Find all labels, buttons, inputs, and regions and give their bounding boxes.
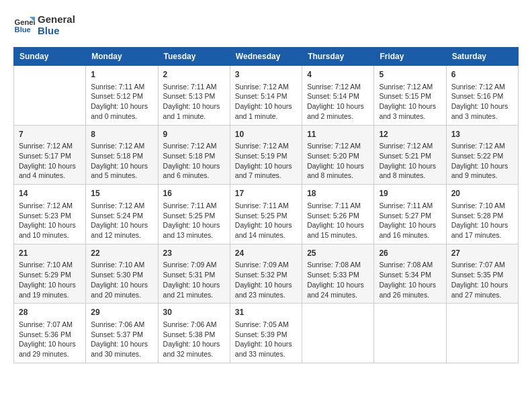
day-number: 3 (235, 69, 297, 81)
calendar-cell: 26Sunrise: 7:08 AM Sunset: 5:34 PM Dayli… (374, 244, 446, 304)
calendar-cell: 9Sunrise: 7:12 AM Sunset: 5:18 PM Daylig… (158, 125, 230, 185)
calendar-cell: 27Sunrise: 7:07 AM Sunset: 5:35 PM Dayli… (446, 244, 518, 304)
logo-line2: Blue (38, 25, 75, 36)
calendar-cell (446, 304, 518, 363)
day-info: Sunrise: 7:12 AM Sunset: 5:17 PM Dayligh… (19, 141, 81, 181)
week-row-4: 21Sunrise: 7:10 AM Sunset: 5:29 PM Dayli… (14, 244, 519, 304)
calendar-cell: 22Sunrise: 7:10 AM Sunset: 5:30 PM Dayli… (86, 244, 158, 304)
day-info: Sunrise: 7:08 AM Sunset: 5:34 PM Dayligh… (379, 260, 441, 300)
column-header-saturday: Saturday (446, 48, 518, 66)
week-row-3: 14Sunrise: 7:12 AM Sunset: 5:23 PM Dayli… (14, 185, 519, 244)
calendar-cell: 11Sunrise: 7:12 AM Sunset: 5:20 PM Dayli… (302, 125, 374, 185)
calendar-cell: 3Sunrise: 7:12 AM Sunset: 5:14 PM Daylig… (230, 66, 302, 126)
day-info: Sunrise: 7:12 AM Sunset: 5:14 PM Dayligh… (235, 82, 297, 122)
calendar-cell: 28Sunrise: 7:07 AM Sunset: 5:36 PM Dayli… (14, 304, 86, 363)
day-info: Sunrise: 7:12 AM Sunset: 5:23 PM Dayligh… (19, 201, 81, 240)
calendar-cell: 14Sunrise: 7:12 AM Sunset: 5:23 PM Dayli… (14, 185, 86, 244)
calendar-cell: 23Sunrise: 7:09 AM Sunset: 5:31 PM Dayli… (158, 244, 230, 304)
page-header: General Blue General Blue (13, 13, 519, 36)
day-number: 24 (235, 248, 297, 259)
calendar-cell: 31Sunrise: 7:05 AM Sunset: 5:39 PM Dayli… (230, 304, 302, 363)
calendar-cell: 7Sunrise: 7:12 AM Sunset: 5:17 PM Daylig… (14, 125, 86, 185)
calendar-cell: 8Sunrise: 7:12 AM Sunset: 5:18 PM Daylig… (86, 125, 158, 185)
day-number: 2 (163, 69, 225, 81)
day-number: 28 (19, 307, 81, 318)
calendar-cell: 24Sunrise: 7:09 AM Sunset: 5:32 PM Dayli… (230, 244, 302, 304)
day-info: Sunrise: 7:11 AM Sunset: 5:25 PM Dayligh… (235, 201, 297, 240)
calendar-cell: 18Sunrise: 7:11 AM Sunset: 5:26 PM Dayli… (302, 185, 374, 244)
day-info: Sunrise: 7:09 AM Sunset: 5:31 PM Dayligh… (163, 260, 225, 300)
day-number: 29 (91, 307, 152, 318)
day-number: 9 (163, 129, 225, 140)
day-number: 11 (307, 129, 369, 140)
day-number: 21 (19, 248, 81, 259)
calendar-cell: 16Sunrise: 7:11 AM Sunset: 5:25 PM Dayli… (158, 185, 230, 244)
column-header-wednesday: Wednesday (230, 48, 302, 66)
calendar-cell: 2Sunrise: 7:11 AM Sunset: 5:13 PM Daylig… (158, 66, 230, 126)
day-number: 12 (379, 129, 441, 140)
calendar-header-row: SundayMondayTuesdayWednesdayThursdayFrid… (14, 48, 519, 66)
day-info: Sunrise: 7:12 AM Sunset: 5:24 PM Dayligh… (91, 201, 152, 240)
day-number: 30 (163, 307, 225, 318)
day-number: 13 (451, 129, 513, 140)
column-header-tuesday: Tuesday (158, 48, 230, 66)
day-info: Sunrise: 7:10 AM Sunset: 5:28 PM Dayligh… (451, 201, 513, 240)
day-info: Sunrise: 7:12 AM Sunset: 5:14 PM Dayligh… (307, 82, 369, 122)
week-row-5: 28Sunrise: 7:07 AM Sunset: 5:36 PM Dayli… (14, 304, 519, 363)
day-number: 31 (235, 307, 297, 318)
calendar-cell: 12Sunrise: 7:12 AM Sunset: 5:21 PM Dayli… (374, 125, 446, 185)
day-info: Sunrise: 7:12 AM Sunset: 5:16 PM Dayligh… (451, 82, 513, 122)
day-number: 10 (235, 129, 297, 140)
calendar-cell: 30Sunrise: 7:06 AM Sunset: 5:38 PM Dayli… (158, 304, 230, 363)
day-info: Sunrise: 7:05 AM Sunset: 5:39 PM Dayligh… (235, 320, 297, 359)
day-info: Sunrise: 7:10 AM Sunset: 5:30 PM Dayligh… (91, 260, 152, 300)
calendar-table: SundayMondayTuesdayWednesdayThursdayFrid… (13, 47, 519, 363)
calendar-cell (302, 304, 374, 363)
svg-text:General: General (15, 18, 35, 26)
day-number: 4 (307, 69, 369, 81)
day-number: 16 (163, 188, 225, 199)
svg-text:Blue: Blue (15, 26, 31, 34)
calendar-cell: 15Sunrise: 7:12 AM Sunset: 5:24 PM Dayli… (86, 185, 158, 244)
calendar-cell (14, 66, 86, 126)
day-number: 5 (379, 69, 441, 81)
day-number: 17 (235, 188, 297, 199)
logo: General Blue General Blue (13, 13, 75, 36)
day-info: Sunrise: 7:08 AM Sunset: 5:33 PM Dayligh… (307, 260, 369, 300)
day-number: 26 (379, 248, 441, 259)
day-number: 18 (307, 188, 369, 199)
day-info: Sunrise: 7:12 AM Sunset: 5:19 PM Dayligh… (235, 141, 297, 181)
day-number: 1 (91, 69, 152, 81)
day-info: Sunrise: 7:12 AM Sunset: 5:21 PM Dayligh… (379, 141, 441, 181)
day-number: 23 (163, 248, 225, 259)
calendar-cell: 21Sunrise: 7:10 AM Sunset: 5:29 PM Dayli… (14, 244, 86, 304)
day-info: Sunrise: 7:12 AM Sunset: 5:15 PM Dayligh… (379, 82, 441, 122)
day-number: 7 (19, 129, 81, 140)
calendar-cell: 20Sunrise: 7:10 AM Sunset: 5:28 PM Dayli… (446, 185, 518, 244)
logo-icon: General Blue (13, 14, 35, 36)
day-info: Sunrise: 7:06 AM Sunset: 5:38 PM Dayligh… (163, 320, 225, 359)
calendar-cell: 5Sunrise: 7:12 AM Sunset: 5:15 PM Daylig… (374, 66, 446, 126)
column-header-friday: Friday (374, 48, 446, 66)
week-row-2: 7Sunrise: 7:12 AM Sunset: 5:17 PM Daylig… (14, 125, 519, 185)
day-number: 22 (91, 248, 152, 259)
calendar-cell: 1Sunrise: 7:11 AM Sunset: 5:12 PM Daylig… (86, 66, 158, 126)
day-number: 8 (91, 129, 152, 140)
column-header-thursday: Thursday (302, 48, 374, 66)
day-info: Sunrise: 7:07 AM Sunset: 5:36 PM Dayligh… (19, 320, 81, 359)
day-info: Sunrise: 7:12 AM Sunset: 5:20 PM Dayligh… (307, 141, 369, 181)
logo-line1: General (38, 13, 75, 25)
calendar-cell: 10Sunrise: 7:12 AM Sunset: 5:19 PM Dayli… (230, 125, 302, 185)
calendar-cell: 25Sunrise: 7:08 AM Sunset: 5:33 PM Dayli… (302, 244, 374, 304)
day-number: 27 (451, 248, 513, 259)
day-info: Sunrise: 7:09 AM Sunset: 5:32 PM Dayligh… (235, 260, 297, 300)
day-number: 20 (451, 188, 513, 199)
day-info: Sunrise: 7:11 AM Sunset: 5:26 PM Dayligh… (307, 201, 369, 240)
calendar-cell: 6Sunrise: 7:12 AM Sunset: 5:16 PM Daylig… (446, 66, 518, 126)
column-header-sunday: Sunday (14, 48, 86, 66)
day-number: 15 (91, 188, 152, 199)
calendar-cell: 17Sunrise: 7:11 AM Sunset: 5:25 PM Dayli… (230, 185, 302, 244)
calendar-cell: 19Sunrise: 7:11 AM Sunset: 5:27 PM Dayli… (374, 185, 446, 244)
day-info: Sunrise: 7:11 AM Sunset: 5:25 PM Dayligh… (163, 201, 225, 240)
calendar-cell: 29Sunrise: 7:06 AM Sunset: 5:37 PM Dayli… (86, 304, 158, 363)
